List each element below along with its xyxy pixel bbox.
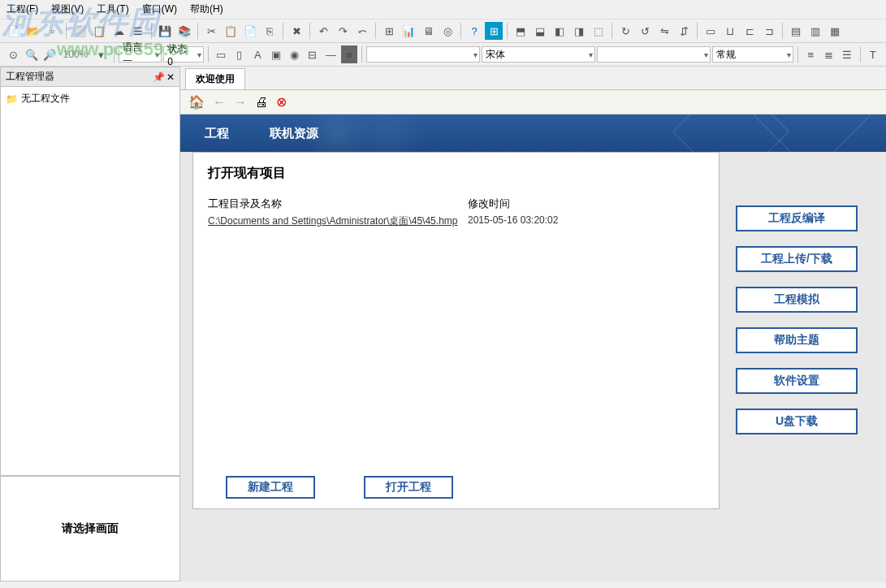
- menu-help[interactable]: 帮助(H): [190, 2, 223, 16]
- new-project-button[interactable]: 新建工程: [226, 476, 315, 499]
- color-icon[interactable]: ■: [341, 45, 358, 63]
- menubar: 工程(F) 视图(V) 工具(T) 窗口(W) 帮助(H): [0, 0, 886, 19]
- usb-download-button[interactable]: U盘下载: [736, 409, 858, 435]
- decompile-button[interactable]: 工程反编译: [736, 205, 858, 231]
- shape-frame-icon[interactable]: ▯: [231, 45, 249, 63]
- project-date: 2015-05-16 03:20:02: [468, 214, 704, 226]
- tree-root-item[interactable]: 📁 无工程文件: [4, 90, 176, 107]
- doc-icon[interactable]: 📋: [90, 22, 108, 40]
- open-icon[interactable]: 📂: [24, 22, 42, 40]
- back-icon[interactable]: ←: [213, 95, 226, 110]
- align1-icon[interactable]: ⬒: [512, 22, 529, 40]
- zoomreset-icon[interactable]: ⊙: [5, 45, 22, 63]
- preview-hint: 请选择画面: [62, 521, 119, 536]
- align5-icon[interactable]: ⬚: [590, 22, 607, 40]
- align2-icon[interactable]: ⬓: [531, 22, 549, 40]
- layer2-icon[interactable]: ▥: [806, 22, 824, 40]
- rotate1-icon[interactable]: ↻: [616, 22, 634, 40]
- size-combo[interactable]: [597, 46, 711, 63]
- saveall-icon[interactable]: 📚: [175, 22, 193, 40]
- texttool-icon[interactable]: T: [864, 45, 881, 63]
- home-icon[interactable]: 🏠: [188, 94, 205, 110]
- new-icon[interactable]: 📄: [5, 22, 23, 40]
- project-card: 打开现有项目 工程目录及名称 C:\Documents and Settings…: [192, 152, 720, 509]
- delete-icon[interactable]: ✖: [287, 22, 305, 40]
- tool2-icon[interactable]: —: [322, 45, 339, 63]
- alignleft-icon[interactable]: ≡: [802, 45, 819, 63]
- close-icon[interactable]: ▫: [44, 22, 62, 40]
- close-panel-icon[interactable]: ✕: [166, 71, 175, 83]
- toolbar-main: 📄 📂 ▫ ⬜ 📋 ☁ ☰ 💾 📚 ✂ 📋 📄 ⎘ ✖ ↶ ↷ ⤺ ⊞ 📊 🖥 …: [0, 19, 886, 43]
- zoomout-icon[interactable]: 🔎: [41, 45, 58, 63]
- panel-header: 工程管理器 📌 ✕: [0, 67, 180, 87]
- screen-icon[interactable]: ⬜: [71, 22, 89, 40]
- folder-icon: 📁: [6, 93, 18, 105]
- language-combo[interactable]: 语言一: [119, 46, 162, 63]
- shape-rect-icon[interactable]: ▭: [213, 45, 230, 63]
- monitor-icon[interactable]: 🖥: [419, 22, 437, 40]
- help-button[interactable]: 帮助主题: [736, 327, 858, 353]
- aligncenter-icon[interactable]: ≣: [821, 45, 838, 63]
- flip2-icon[interactable]: ⇵: [675, 22, 693, 40]
- print-icon[interactable]: 🖨: [255, 95, 268, 110]
- group4-icon[interactable]: ⊐: [760, 22, 778, 40]
- zoom-down-icon[interactable]: ▾: [93, 45, 110, 63]
- pin-icon[interactable]: 📌: [153, 71, 165, 83]
- card-title: 打开现有项目: [208, 165, 704, 182]
- cut-icon[interactable]: ✂: [202, 22, 220, 40]
- state-combo[interactable]: 状态0: [163, 46, 204, 63]
- copy-icon[interactable]: 📋: [222, 22, 240, 40]
- chart-icon[interactable]: 📊: [400, 22, 417, 40]
- project-tree[interactable]: 📁 无工程文件: [0, 87, 180, 476]
- forward-icon[interactable]: →: [234, 95, 247, 110]
- calc-icon[interactable]: ⊞: [485, 22, 503, 40]
- tree-root-label: 无工程文件: [21, 92, 70, 106]
- group2-icon[interactable]: ⊔: [721, 22, 739, 40]
- layer1-icon[interactable]: ▤: [787, 22, 805, 40]
- fill-icon[interactable]: ▣: [268, 45, 285, 63]
- menu-project[interactable]: 工程(F): [6, 2, 38, 16]
- alignright-icon[interactable]: ☰: [839, 45, 856, 63]
- circle-icon[interactable]: ◉: [286, 45, 303, 63]
- zoomin-icon[interactable]: 🔍: [24, 45, 41, 63]
- banner: 工程 联机资源: [180, 115, 886, 152]
- redo-icon[interactable]: ↷: [334, 22, 352, 40]
- align3-icon[interactable]: ◧: [551, 22, 568, 40]
- upload-download-button[interactable]: 工程上传/下载: [736, 246, 858, 272]
- rotate2-icon[interactable]: ↺: [636, 22, 654, 40]
- group3-icon[interactable]: ⊏: [741, 22, 759, 40]
- paste-icon[interactable]: 📄: [241, 22, 259, 40]
- toolbar-format: ⊙ 🔍 🔎 100% ▾ 语言一 状态0 ▭ ▯ A ▣ ◉ ⊟ — ■ 宋体 …: [0, 43, 886, 67]
- settings-button[interactable]: 软件设置: [736, 368, 858, 394]
- weight-combo[interactable]: 常规: [712, 46, 793, 63]
- list-icon[interactable]: ☰: [129, 22, 147, 40]
- flip1-icon[interactable]: ⇋: [655, 22, 673, 40]
- copy2-icon[interactable]: ⎘: [261, 22, 279, 40]
- target-icon[interactable]: ◎: [439, 22, 456, 40]
- cloud-icon[interactable]: ☁: [110, 22, 127, 40]
- undo2-icon[interactable]: ⤺: [353, 22, 371, 40]
- stop-icon[interactable]: ⊗: [276, 94, 287, 110]
- layer3-icon[interactable]: ▦: [826, 22, 844, 40]
- banner-online-link[interactable]: 联机资源: [270, 126, 318, 141]
- text-icon[interactable]: A: [249, 45, 266, 63]
- menu-tools[interactable]: 工具(T): [97, 2, 128, 16]
- panel-title: 工程管理器: [6, 70, 54, 84]
- grid-icon[interactable]: ⊞: [380, 22, 398, 40]
- open-project-button[interactable]: 打开工程: [364, 476, 453, 499]
- tool1-icon[interactable]: ⊟: [305, 45, 322, 63]
- content-area: 欢迎使用 🏠 ← → 🖨 ⊗ 工程 联机资源 打开现有项目: [180, 67, 886, 582]
- save-icon[interactable]: 💾: [156, 22, 174, 40]
- group1-icon[interactable]: ▭: [702, 22, 720, 40]
- undo-icon[interactable]: ↶: [314, 22, 332, 40]
- help-icon[interactable]: ?: [465, 22, 483, 40]
- menu-view[interactable]: 视图(V): [51, 2, 84, 16]
- project-path-link[interactable]: C:\Documents and Settings\Administrator\…: [208, 214, 468, 228]
- font-combo[interactable]: 宋体: [482, 46, 595, 63]
- prop-combo[interactable]: [366, 46, 480, 63]
- banner-project-link[interactable]: 工程: [205, 126, 229, 141]
- align4-icon[interactable]: ◨: [570, 22, 588, 40]
- simulate-button[interactable]: 工程模拟: [736, 287, 858, 313]
- menu-window[interactable]: 窗口(W): [142, 2, 177, 16]
- tab-welcome[interactable]: 欢迎使用: [185, 68, 245, 89]
